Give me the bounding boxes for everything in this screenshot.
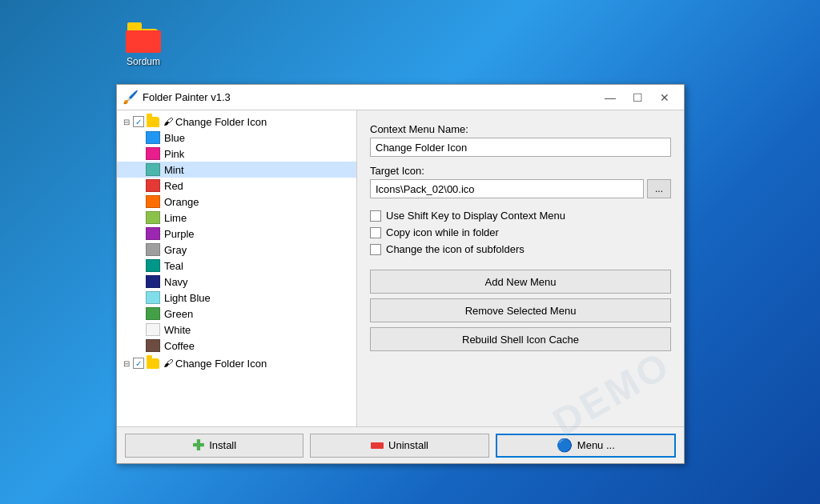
context-menu-label: Context Menu Name: — [370, 123, 671, 135]
target-icon-label: Target Icon: — [370, 165, 671, 177]
color-item-green[interactable]: Green — [117, 306, 356, 322]
install-label: Install — [209, 439, 236, 451]
root-item-label-2: Change Folder Icon — [175, 358, 267, 370]
checkboxes-group: Use Shift Key to Display Context Menu Co… — [370, 210, 671, 255]
target-icon-input[interactable] — [370, 179, 644, 198]
tree-scroll[interactable]: ⊟ 🖌 Change Folder Icon BluePinkMintRedOr… — [117, 110, 356, 426]
color-item-teal[interactable]: Teal — [117, 258, 356, 274]
color-label-gray: Gray — [164, 244, 187, 256]
color-swatch-blue — [146, 131, 160, 144]
color-swatch-coffee — [146, 339, 160, 352]
folder-icon-front — [126, 30, 161, 53]
desktop-icon-label: Sordum — [127, 56, 160, 67]
color-item-purple[interactable]: Purple — [117, 226, 356, 242]
root-checkbox-2[interactable] — [133, 358, 144, 369]
color-item-mint[interactable]: Mint — [117, 162, 356, 178]
color-swatch-green — [146, 307, 160, 320]
tree-expand-icon[interactable]: ⊟ — [120, 115, 133, 128]
color-label-purple: Purple — [164, 228, 195, 240]
window-title: Folder Painter v1.3 — [143, 91, 597, 103]
add-new-menu-button[interactable]: Add New Menu — [370, 270, 671, 294]
color-swatch-light blue — [146, 291, 160, 304]
menu-button[interactable]: 🔵 Menu ... — [496, 434, 676, 458]
folder-icon-2 — [146, 357, 160, 370]
color-label-mint: Mint — [164, 164, 184, 176]
checkbox-row-1[interactable]: Use Shift Key to Display Context Menu — [370, 210, 671, 222]
folder-icon — [146, 115, 160, 128]
root-checkbox-1[interactable] — [133, 116, 144, 127]
tree-root-item-1[interactable]: ⊟ 🖌 Change Folder Icon — [117, 114, 356, 130]
context-menu-input[interactable] — [370, 138, 671, 157]
color-swatch-white — [146, 323, 160, 336]
main-window: 🖌️ Folder Painter v1.3 — ☐ ✕ ⊟ 🖌 Chang — [116, 84, 685, 464]
checkbox-shift-label: Use Shift Key to Display Context Menu — [386, 210, 565, 222]
remove-selected-menu-button[interactable]: Remove Selected Menu — [370, 298, 671, 322]
right-panel: Context Menu Name: Target Icon: ... Use … — [357, 110, 684, 426]
target-icon-field: Target Icon: ... — [370, 165, 671, 198]
target-icon-input-row: ... — [370, 179, 671, 198]
checkbox-subfolders-label: Change the icon of subfolders — [386, 243, 525, 255]
uninstall-button[interactable]: Uninstall — [310, 434, 488, 458]
desktop-icon-image — [124, 14, 163, 53]
color-swatch-orange — [146, 195, 160, 208]
color-label-light blue: Light Blue — [164, 292, 211, 304]
folder-small-icon — [147, 117, 159, 127]
uninstall-icon — [371, 442, 384, 449]
color-item-red[interactable]: Red — [117, 178, 356, 194]
menu-icon: 🔵 — [557, 438, 573, 453]
color-swatch-mint — [146, 163, 160, 176]
color-label-orange: Orange — [164, 196, 199, 208]
app-icon: 🖌️ — [123, 90, 138, 105]
color-swatch-purple — [146, 227, 160, 240]
checkbox-copy-icon[interactable] — [370, 227, 381, 238]
color-label-coffee: Coffee — [164, 340, 195, 352]
color-item-coffee[interactable]: Coffee — [117, 338, 356, 354]
titlebar: 🖌️ Folder Painter v1.3 — ☐ ✕ — [117, 85, 684, 110]
minimize-button[interactable]: — — [597, 88, 623, 107]
checkbox-row-2[interactable]: Copy icon while in folder — [370, 226, 671, 238]
checkbox-copy-label: Copy icon while in folder — [386, 226, 499, 238]
color-label-blue: Blue — [164, 132, 185, 144]
tree-root-item-2[interactable]: ⊟ 🖌 Change Folder Icon — [117, 355, 356, 371]
close-button[interactable]: ✕ — [652, 88, 677, 107]
color-item-lime[interactable]: Lime — [117, 210, 356, 226]
action-buttons: Add New Menu Remove Selected Menu Rebuil… — [370, 270, 671, 351]
color-item-blue[interactable]: Blue — [117, 130, 356, 146]
root-item-label-1: Change Folder Icon — [175, 116, 267, 128]
color-swatch-red — [146, 179, 160, 192]
color-item-gray[interactable]: Gray — [117, 242, 356, 258]
color-swatch-teal — [146, 259, 160, 272]
folder-small-icon-2 — [147, 358, 159, 369]
color-swatch-pink — [146, 147, 160, 160]
color-item-navy[interactable]: Navy — [117, 274, 356, 290]
menu-label: Menu ... — [577, 439, 615, 451]
rebuild-shell-icon-cache-button[interactable]: Rebuild Shell Icon Cache — [370, 327, 671, 351]
bottom-bar: ✚ Install Uninstall 🔵 Menu ... — [117, 426, 684, 463]
desktop-icon[interactable]: Sordum — [124, 14, 163, 67]
browse-button[interactable]: ... — [647, 179, 671, 198]
tree-panel: ⊟ 🖌 Change Folder Icon BluePinkMintRedOr… — [117, 110, 357, 426]
color-label-navy: Navy — [164, 276, 188, 288]
color-item-light-blue[interactable]: Light Blue — [117, 290, 356, 306]
color-label-pink: Pink — [164, 148, 184, 160]
color-list: BluePinkMintRedOrangeLimePurpleGrayTealN… — [117, 130, 356, 354]
color-label-teal: Teal — [164, 260, 183, 272]
color-label-white: White — [164, 324, 191, 336]
checkbox-row-3[interactable]: Change the icon of subfolders — [370, 243, 671, 255]
color-swatch-navy — [146, 275, 160, 288]
install-button[interactable]: ✚ Install — [125, 434, 303, 458]
color-item-pink[interactable]: Pink — [117, 146, 356, 162]
color-swatch-gray — [146, 243, 160, 256]
context-menu-field: Context Menu Name: — [370, 123, 671, 157]
uninstall-label: Uninstall — [388, 439, 428, 451]
checkbox-shift-key[interactable] — [370, 210, 381, 222]
brush-icon: 🖌 — [163, 116, 173, 127]
maximize-button[interactable]: ☐ — [625, 88, 650, 107]
color-item-orange[interactable]: Orange — [117, 194, 356, 210]
color-label-lime: Lime — [164, 212, 187, 224]
window-content: ⊟ 🖌 Change Folder Icon BluePinkMintRedOr… — [117, 110, 684, 426]
tree-expand-icon-2[interactable]: ⊟ — [120, 357, 133, 370]
checkbox-subfolders[interactable] — [370, 244, 381, 255]
color-item-white[interactable]: White — [117, 322, 356, 338]
brush-icon-2: 🖌 — [163, 358, 173, 369]
